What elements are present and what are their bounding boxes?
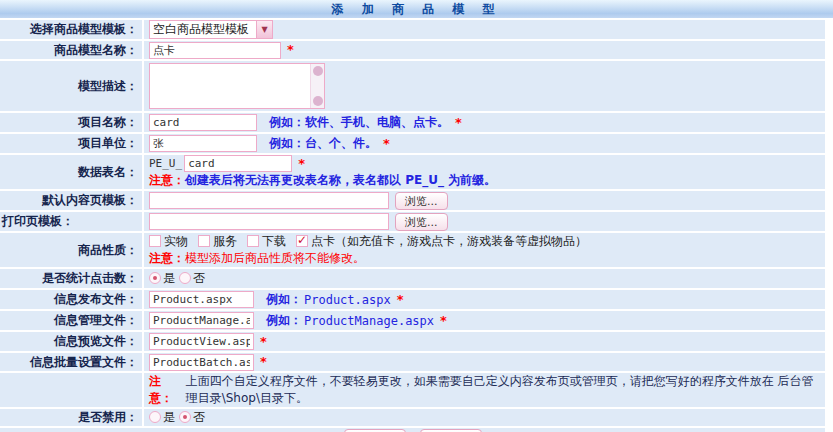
- product-nature-label: 商品性质：: [0, 233, 142, 267]
- row-actions: 保存 取消: [0, 428, 825, 432]
- item-unit-hint: 例如：台、个、件。: [269, 135, 377, 152]
- radio-icon[interactable]: [179, 272, 191, 284]
- scroll-down-icon[interactable]: [313, 96, 323, 106]
- radio-disabled-no[interactable]: 否: [179, 409, 205, 426]
- add-product-model-form: 选择商品模型模板： 空白商品模型模板 ▼ 商品模型名称： * 模型描述：: [0, 18, 833, 432]
- template-select-value: 空白商品模型模板: [150, 21, 256, 38]
- item-name-hint: 例如：软件、手机、电脑、点卡。: [269, 114, 449, 131]
- description-label: 模型描述：: [0, 61, 142, 111]
- row-print-template: 打印页模板： 浏览...: [0, 212, 825, 231]
- checkbox-checked-icon[interactable]: [296, 235, 308, 247]
- manage-file-hint-code: ProductManage.aspx: [304, 314, 434, 328]
- product-nature-note: 模型添加后商品性质将不能修改。: [185, 250, 365, 267]
- batch-file-label: 信息批量设置文件：: [0, 353, 142, 371]
- count-clicks-label: 是否统计点击数：: [0, 269, 142, 288]
- print-template-browse-button[interactable]: 浏览...: [395, 213, 448, 231]
- manage-file-label: 信息管理文件：: [0, 311, 142, 330]
- required-mark: *: [455, 118, 462, 128]
- table-name-label: 数据表名：: [0, 155, 142, 189]
- chevron-down-icon[interactable]: ▼: [256, 21, 272, 38]
- required-mark: *: [397, 295, 404, 305]
- preview-file-input[interactable]: [149, 333, 254, 350]
- content-template-label: 默认内容页模板：: [0, 191, 142, 210]
- model-name-input[interactable]: [149, 42, 281, 59]
- row-disabled: 是否禁用： 是 否: [0, 409, 825, 426]
- item-unit-input[interactable]: [149, 135, 257, 152]
- files-note-empty-label: [0, 373, 142, 407]
- required-mark: *: [440, 316, 447, 326]
- publish-file-label: 信息发布文件：: [0, 290, 142, 309]
- radio-icon[interactable]: [149, 411, 161, 423]
- description-textarea[interactable]: [150, 64, 310, 108]
- radio-selected-icon[interactable]: [149, 272, 161, 284]
- item-name-input[interactable]: [149, 114, 257, 131]
- required-mark: *: [287, 45, 294, 55]
- row-preview-file: 信息预览文件： *: [0, 332, 825, 351]
- row-description: 模型描述：: [0, 61, 825, 111]
- files-note-label: 注意：: [149, 373, 180, 407]
- checkbox-physical[interactable]: 实物: [149, 233, 188, 250]
- row-publish-file: 信息发布文件： 例如： Product.aspx *: [0, 290, 825, 309]
- print-template-label: 打印页模板：: [0, 212, 142, 231]
- row-manage-file: 信息管理文件： 例如： ProductManage.aspx *: [0, 311, 825, 330]
- table-name-note: 创建表后将无法再更改表名称，表名都以 PE_U_ 为前缀。: [185, 172, 496, 189]
- manage-file-hint: 例如：: [266, 312, 302, 329]
- row-product-nature: 商品性质： 实物 服务 下载 点卡 （如充值卡，游戏点卡，游戏装备等虚拟物品） …: [0, 233, 825, 267]
- radio-count-clicks-no[interactable]: 否: [179, 270, 205, 287]
- row-batch-file: 信息批量设置文件： *: [0, 353, 825, 371]
- radio-selected-icon[interactable]: [179, 411, 191, 423]
- item-unit-label: 项目单位：: [0, 134, 142, 153]
- card-option-suffix: （如充值卡，游戏点卡，游戏装备等虚拟物品）: [335, 233, 587, 250]
- scroll-up-icon[interactable]: [313, 66, 323, 76]
- checkbox-icon[interactable]: [198, 235, 210, 247]
- row-table-name: 数据表名： PE_U_ * 注意： 创建表后将无法再更改表名称，表名都以 PE_…: [0, 155, 825, 189]
- required-mark: *: [260, 337, 267, 347]
- content-template-input[interactable]: [149, 192, 389, 209]
- template-select[interactable]: 空白商品模型模板 ▼: [149, 20, 273, 39]
- row-item-unit: 项目单位： 例如：台、个、件。 *: [0, 134, 825, 153]
- batch-file-input[interactable]: [149, 354, 254, 371]
- row-template-select: 选择商品模型模板： 空白商品模型模板 ▼: [0, 20, 825, 39]
- template-select-label: 选择商品模型模板：: [0, 20, 142, 39]
- disabled-label: 是否禁用：: [0, 409, 142, 426]
- print-template-input[interactable]: [149, 213, 389, 230]
- radio-count-clicks-yes[interactable]: 是: [149, 270, 175, 287]
- row-content-template: 默认内容页模板： 浏览...: [0, 191, 825, 210]
- manage-file-input[interactable]: [149, 312, 254, 329]
- row-count-clicks: 是否统计点击数： 是 否: [0, 269, 825, 288]
- files-note-text: 上面四个自定义程序文件，不要轻易更改，如果需要自己定义内容发布页或管理页，请把您…: [186, 373, 825, 407]
- scrollbar[interactable]: [310, 64, 324, 108]
- description-textarea-frame: [149, 63, 325, 109]
- model-name-label: 商品模型名称：: [0, 41, 142, 59]
- checkbox-icon[interactable]: [149, 235, 161, 247]
- table-name-note-label: 注意：: [149, 172, 185, 189]
- publish-file-input[interactable]: [149, 291, 254, 308]
- table-name-input[interactable]: [184, 155, 292, 172]
- checkbox-card[interactable]: 点卡: [296, 233, 335, 250]
- page-title: 添 加 商 品 模 型: [0, 0, 833, 18]
- preview-file-label: 信息预览文件：: [0, 332, 142, 351]
- required-mark: *: [298, 159, 305, 169]
- row-files-note: 注意： 上面四个自定义程序文件，不要轻易更改，如果需要自己定义内容发布页或管理页…: [0, 373, 825, 407]
- table-name-prefix: PE_U_: [149, 157, 182, 170]
- required-mark: *: [383, 139, 390, 149]
- radio-disabled-yes[interactable]: 是: [149, 409, 175, 426]
- publish-file-hint-code: Product.aspx: [304, 293, 391, 307]
- publish-file-hint: 例如：: [266, 291, 302, 308]
- row-model-name: 商品模型名称： *: [0, 41, 825, 59]
- item-name-label: 项目名称：: [0, 113, 142, 132]
- required-mark: *: [260, 357, 267, 367]
- checkbox-download[interactable]: 下载: [247, 233, 286, 250]
- checkbox-icon[interactable]: [247, 235, 259, 247]
- row-item-name: 项目名称： 例如：软件、手机、电脑、点卡。 *: [0, 113, 825, 132]
- page-title-text: 添 加 商 品 模 型: [332, 1, 502, 18]
- product-nature-note-label: 注意：: [149, 250, 185, 267]
- checkbox-service[interactable]: 服务: [198, 233, 237, 250]
- content-template-browse-button[interactable]: 浏览...: [395, 192, 448, 210]
